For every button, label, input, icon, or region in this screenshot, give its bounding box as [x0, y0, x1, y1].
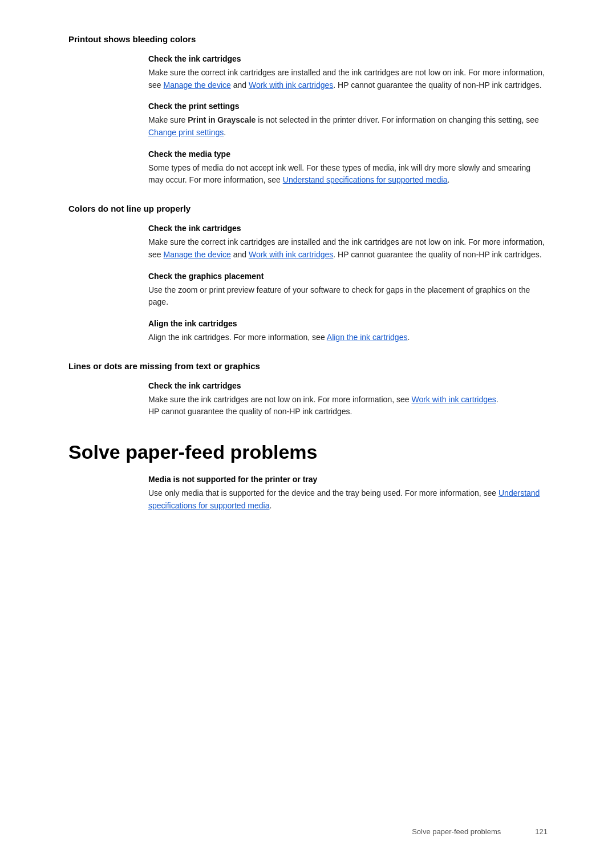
subsection-heading-print-settings: Check the print settings	[148, 102, 548, 111]
subsection-check-ink-1: Check the ink cartridges Make sure the c…	[148, 54, 548, 91]
page-footer: Solve paper-feed problems 121	[412, 827, 548, 836]
body-text-graphics-placement: Use the zoom or print preview feature of…	[148, 284, 548, 309]
link-work-with-ink-1[interactable]: Work with ink cartridges	[249, 80, 333, 90]
page-title-section: Solve paper-feed problems Media is not s…	[68, 441, 548, 512]
link-understand-specs-1[interactable]: Understand specifications for supported …	[283, 175, 448, 184]
link-manage-device-1[interactable]: Manage the device	[163, 80, 230, 90]
subsection-heading-media-not-supported: Media is not supported for the printer o…	[148, 475, 548, 484]
subsection-check-media-type: Check the media type Some types of media…	[148, 149, 548, 187]
subsection-check-print-settings: Check the print settings Make sure Print…	[148, 102, 548, 139]
body-text-align-ink: Align the ink cartridges. For more infor…	[148, 332, 548, 344]
subsection-heading-check-ink-2: Check the ink cartridges	[148, 224, 548, 233]
link-change-print-settings[interactable]: Change print settings	[148, 128, 224, 137]
page-content: Printout shows bleeding colors Check the…	[0, 0, 616, 573]
body-text-check-ink-2: Make sure the correct ink cartridges are…	[148, 236, 548, 261]
link-understand-specs-2[interactable]: Understand specifications for supported …	[148, 488, 540, 510]
section-heading-lines-dots: Lines or dots are missing from text or g…	[68, 361, 548, 371]
subsection-heading-graphics-placement: Check the graphics placement	[148, 272, 548, 281]
subsection-media-not-supported: Media is not supported for the printer o…	[148, 475, 548, 512]
link-manage-device-2[interactable]: Manage the device	[163, 250, 230, 259]
footer-label: Solve paper-feed problems	[412, 827, 501, 836]
subsection-check-ink-2: Check the ink cartridges Make sure the c…	[148, 224, 548, 261]
link-work-with-ink-3[interactable]: Work with ink cartridges	[411, 395, 496, 404]
body-text-media-type: Some types of media do not accept ink we…	[148, 162, 548, 187]
subsection-check-graphics-placement: Check the graphics placement Use the zoo…	[148, 272, 548, 309]
body-text-check-ink-1: Make sure the correct ink cartridges are…	[148, 67, 548, 91]
body-text-check-ink-3: Make sure the ink cartridges are not low…	[148, 394, 548, 418]
section-lines-dots-missing: Lines or dots are missing from text or g…	[68, 361, 548, 418]
link-work-with-ink-2[interactable]: Work with ink cartridges	[249, 250, 333, 259]
subsection-heading-media-type: Check the media type	[148, 149, 548, 159]
section-colors-not-lineup: Colors do not line up properly Check the…	[68, 204, 548, 343]
subsection-heading-align-ink: Align the ink cartridges	[148, 319, 548, 328]
subsection-check-ink-3: Check the ink cartridges Make sure the i…	[148, 381, 548, 418]
section-heading-colors-not-lineup: Colors do not line up properly	[68, 204, 548, 213]
subsection-heading-check-ink-3: Check the ink cartridges	[148, 381, 548, 390]
body-text-print-settings: Make sure Print in Grayscale is not sele…	[148, 114, 548, 139]
body-text-media-not-supported: Use only media that is supported for the…	[148, 487, 548, 512]
subsection-heading-check-ink-1: Check the ink cartridges	[148, 54, 548, 63]
section-printout-bleeding: Printout shows bleeding colors Check the…	[68, 34, 548, 187]
footer-page-number: 121	[535, 827, 548, 836]
page-title: Solve paper-feed problems	[68, 441, 548, 463]
link-align-ink-cartridges[interactable]: Align the ink cartridges	[327, 333, 408, 342]
section-heading-printout-bleeding: Printout shows bleeding colors	[68, 34, 548, 44]
subsection-align-ink-cartridges: Align the ink cartridges Align the ink c…	[148, 319, 548, 344]
bold-print-in-grayscale: Print in Grayscale	[188, 115, 256, 124]
